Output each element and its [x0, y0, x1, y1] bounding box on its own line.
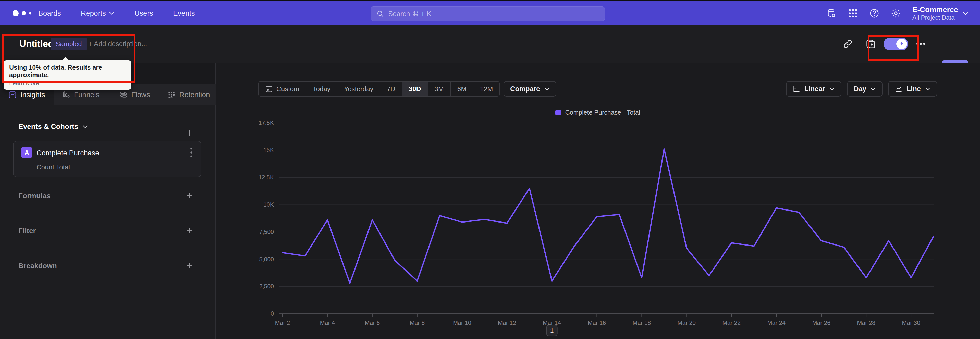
y-axis-label: 0	[270, 310, 274, 317]
linear-scale-icon	[793, 85, 800, 93]
project-name: E-Commerce	[912, 5, 958, 14]
chart-controls: CustomTodayYesterday7D30D3M6M12M Compare…	[216, 81, 980, 97]
x-axis-label: Mar 10	[453, 320, 471, 326]
x-axis-label: Mar 24	[767, 320, 786, 326]
add-breakdown-button[interactable]: +	[186, 261, 192, 271]
x-axis-label: Mar 28	[857, 320, 875, 326]
add-formulas-button[interactable]: +	[186, 190, 192, 201]
sampling-toggle[interactable]	[883, 38, 908, 50]
range-label: 30D	[409, 85, 421, 93]
nav-item-events[interactable]: Events	[173, 9, 195, 18]
chart-legend[interactable]: Complete Purchase - Total	[216, 109, 980, 116]
section-breakdown: Breakdown+	[0, 259, 216, 273]
x-axis-label: Mar 4	[320, 320, 335, 326]
add-description[interactable]: + Add description...	[88, 40, 147, 48]
range-label: 12M	[480, 85, 493, 93]
range-6m[interactable]: 6M	[450, 82, 473, 96]
learn-more-link[interactable]: Learn More	[9, 80, 39, 86]
event-letter-badge: A	[21, 147, 32, 158]
range-yesterday[interactable]: Yesterday	[337, 82, 380, 96]
section-label: Filter	[18, 227, 36, 235]
events-cohorts-label: Events & Cohorts	[18, 123, 78, 131]
x-axis-label: Mar 30	[902, 320, 920, 326]
nav-item-label: Boards	[38, 9, 61, 18]
range-label: Custom	[277, 85, 299, 93]
range-3m[interactable]: 3M	[428, 82, 450, 96]
event-card[interactable]: A Complete Purchase Count Total	[13, 141, 201, 177]
data-management-icon[interactable]	[827, 8, 836, 18]
add-event-button[interactable]: +	[186, 128, 192, 139]
report-title[interactable]: Untitled	[19, 38, 54, 49]
more-options-icon[interactable]	[916, 39, 926, 49]
event-metric[interactable]: Count Total	[37, 163, 70, 171]
x-axis-label: Mar 6	[365, 320, 380, 326]
x-axis-label: Mar 22	[722, 320, 741, 326]
y-axis-label: 12.5K	[259, 174, 274, 181]
event-options-icon[interactable]	[190, 147, 192, 158]
search-input[interactable]: Search ⌘ + K	[371, 6, 605, 21]
range-12m[interactable]: 12M	[473, 82, 500, 96]
retention-icon	[168, 91, 175, 99]
funnels-icon	[62, 91, 70, 99]
events-cohorts-header[interactable]: Events & Cohorts	[18, 123, 88, 131]
event-name[interactable]: Complete Purchase	[37, 149, 99, 157]
insights-icon	[9, 91, 16, 99]
tab-label: Flows	[131, 91, 150, 99]
section-filter: Filter+	[0, 224, 216, 238]
legend-swatch	[555, 110, 561, 115]
project-scope: All Project Data	[912, 14, 958, 21]
chevron-down-icon	[829, 87, 835, 91]
query-panel	[0, 105, 215, 339]
x-axis-label: Mar 20	[678, 320, 696, 326]
add-to-board-icon[interactable]	[865, 39, 876, 49]
chart-type-dropdown[interactable]: Line	[888, 81, 937, 97]
y-axis-label: 15K	[263, 147, 274, 154]
project-switcher[interactable]: E-Commerce All Project Data	[912, 5, 968, 21]
tab-label: Insights	[21, 91, 45, 99]
line-chart[interactable]: 02,5005,0007,50010K12.5K15K17.5KMar 2Mar…	[216, 63, 980, 339]
y-axis-label: 10K	[263, 201, 274, 208]
scale-dropdown[interactable]: Linear	[786, 81, 842, 97]
x-axis-label: Mar 16	[588, 320, 606, 326]
nav-item-boards[interactable]: Boards	[38, 9, 61, 18]
mixpanel-logo-icon[interactable]	[12, 10, 35, 17]
line-chart-icon	[895, 85, 902, 93]
granularity-dropdown[interactable]: Day	[847, 81, 883, 97]
query-builder-sidebar: Insights Funnels Flows	[0, 63, 216, 339]
series-line[interactable]	[283, 149, 934, 283]
nav-item-label: Users	[135, 9, 153, 18]
range-7d[interactable]: 7D	[380, 82, 402, 96]
sampled-badge[interactable]: Sampled	[51, 38, 87, 50]
range-label: 3M	[434, 85, 444, 93]
section-formulas: Formulas+	[0, 189, 216, 203]
nav-item-reports[interactable]: Reports	[81, 9, 115, 18]
compare-button[interactable]: Compare	[504, 81, 556, 97]
y-axis-label: 2,500	[259, 283, 274, 290]
report-header-bar: Untitled Sampled + Add description... Sa…	[0, 25, 980, 63]
chevron-down-icon	[544, 87, 550, 91]
copy-link-icon[interactable]	[843, 39, 853, 49]
x-axis-label: Mar 26	[812, 320, 830, 326]
x-axis-label: Mar 2	[275, 320, 290, 326]
nav-item-label: Reports	[81, 9, 106, 18]
add-filter-button[interactable]: +	[186, 225, 192, 236]
range-30d[interactable]: 30D	[402, 82, 428, 96]
x-axis-label: Mar 18	[633, 320, 651, 326]
chart-panel: CustomTodayYesterday7D30D3M6M12M Compare…	[216, 63, 980, 339]
tab-retention[interactable]: Retention	[162, 84, 216, 105]
range-custom[interactable]: Custom	[259, 82, 306, 96]
tooltip-text: Using 10% of data. Results are approxima…	[9, 64, 126, 79]
range-today[interactable]: Today	[306, 82, 337, 96]
lightning-bolt-icon	[899, 41, 905, 47]
apps-grid-icon[interactable]	[848, 8, 858, 18]
nav-item-users[interactable]: Users	[135, 9, 153, 18]
y-axis-label: 7,500	[259, 229, 274, 235]
granularity-label: Day	[854, 85, 866, 93]
x-axis-label: Mar 8	[410, 320, 425, 326]
help-icon[interactable]	[870, 8, 879, 18]
sampling-tooltip: Using 10% of data. Results are approxima…	[3, 60, 131, 90]
range-label: 7D	[387, 85, 395, 93]
calendar-icon	[265, 85, 273, 93]
settings-gear-icon[interactable]	[891, 8, 900, 18]
legend-label: Complete Purchase - Total	[565, 109, 640, 116]
